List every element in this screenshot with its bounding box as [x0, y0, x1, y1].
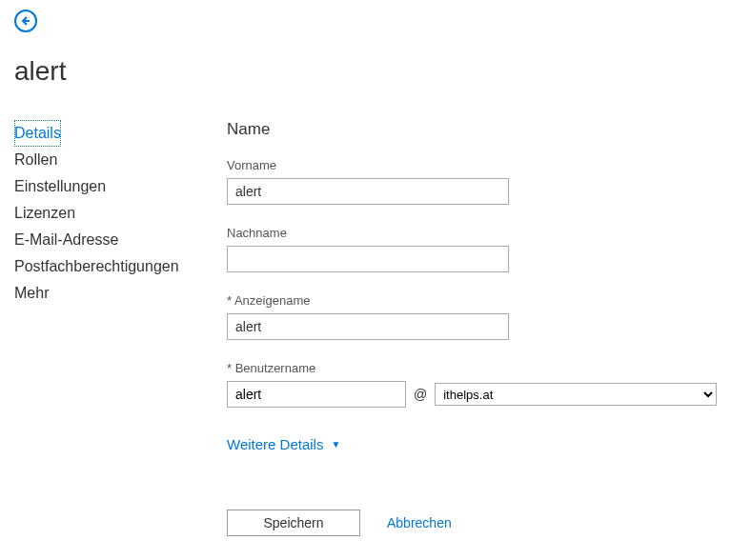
- at-sign: @: [414, 387, 427, 402]
- sidebar-item-mehr[interactable]: Mehr: [14, 280, 213, 307]
- sidebar-item-email-adresse[interactable]: E-Mail-Adresse: [14, 227, 213, 253]
- more-details-label: Weitere Details: [227, 436, 323, 452]
- section-header: Name: [227, 120, 717, 139]
- benutzername-input[interactable]: [227, 381, 406, 408]
- sidebar-item-rollen[interactable]: Rollen: [14, 147, 213, 173]
- sidebar-item-postfachberechtigungen[interactable]: Postfachberechtigungen: [14, 253, 213, 280]
- sidebar-item-lizenzen[interactable]: Lizenzen: [14, 200, 213, 227]
- main-content: Name Vorname Nachname * Anzeigename * Be…: [213, 120, 717, 536]
- vorname-label: Vorname: [227, 158, 717, 172]
- benutzername-label: * Benutzername: [227, 361, 717, 375]
- save-button[interactable]: Speichern: [227, 510, 360, 536]
- sidebar: Details Rollen Einstellungen Lizenzen E-…: [14, 120, 213, 536]
- chevron-down-icon: ▼: [331, 439, 340, 450]
- arrow-left-icon: [20, 15, 31, 27]
- sidebar-item-details[interactable]: Details: [14, 120, 61, 147]
- more-details-toggle[interactable]: Weitere Details ▼: [227, 436, 340, 452]
- anzeigename-label: * Anzeigename: [227, 293, 717, 308]
- page-title: alert: [14, 56, 717, 87]
- vorname-input[interactable]: [227, 178, 509, 205]
- anzeigename-input[interactable]: [227, 313, 509, 340]
- sidebar-item-einstellungen[interactable]: Einstellungen: [14, 173, 213, 200]
- domain-select[interactable]: ithelps.at: [435, 383, 717, 406]
- nachname-label: Nachname: [227, 226, 717, 240]
- cancel-link[interactable]: Abbrechen: [387, 515, 452, 530]
- back-button[interactable]: [14, 10, 37, 32]
- nachname-input[interactable]: [227, 246, 509, 272]
